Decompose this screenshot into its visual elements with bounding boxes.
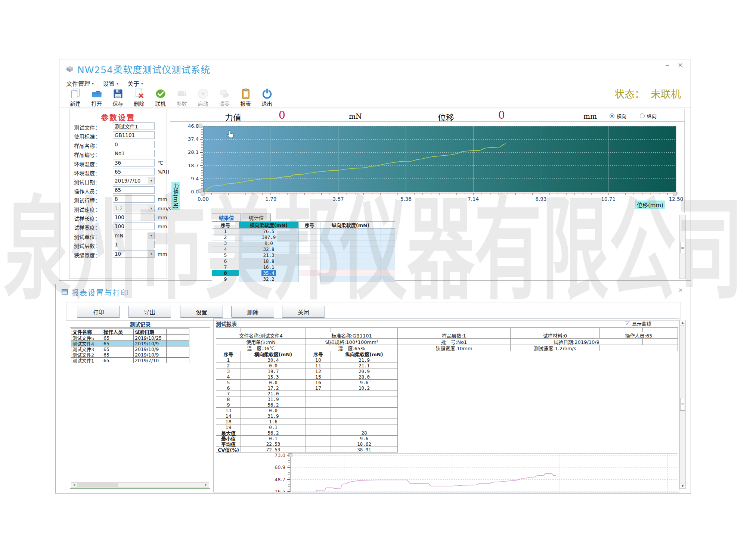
param-value: mN [115, 233, 123, 239]
radio-icon [610, 113, 614, 118]
scrollbar-thumb[interactable]: ≡ [680, 242, 685, 253]
table-cell: 16 [306, 380, 331, 385]
table-row[interactable]: 835.4 [212, 270, 395, 276]
table-row[interactable]: 932.2 [212, 276, 395, 282]
param-input[interactable]: 2019/7/10▾ [113, 177, 155, 184]
scrollbar-thumb[interactable]: ≡ [680, 398, 685, 411]
table-cell [320, 264, 381, 270]
scroll-down-arrow[interactable]: ▼ [680, 483, 685, 488]
table-row[interactable]: 319.71220.9 [216, 368, 678, 374]
param-input[interactable]: 65 [113, 168, 155, 175]
table-row[interactable]: 617.21710.2 [216, 385, 678, 391]
app-cube-icon [65, 65, 74, 73]
tab-results[interactable]: 结果值 [212, 214, 241, 221]
param-input[interactable]: 1 [113, 241, 155, 248]
report-scrollbar[interactable]: ▲ ≡ ▼ [679, 320, 686, 489]
record-row[interactable]: 测试文件1652019/7/10 [71, 358, 189, 363]
settings-button[interactable]: 设置 [180, 306, 223, 318]
param-input[interactable]: 65 [113, 186, 155, 194]
table-row[interactable]: 50.0169.6 [216, 380, 678, 385]
param-input[interactable]: 8 [113, 195, 155, 203]
table-row[interactable]: 最大值56.228 [216, 430, 678, 436]
param-row: 环境温度：36℃ [69, 159, 167, 167]
table-row[interactable]: 521.3 [212, 252, 395, 258]
dropdown-arrow-icon[interactable]: ▾ [148, 232, 154, 239]
dropdown-arrow-icon[interactable]: ▾ [148, 251, 154, 257]
table-row[interactable]: 831.9 [216, 396, 678, 402]
scrollbar-thumb[interactable] [77, 483, 118, 487]
param-input[interactable]: mN▾ [113, 232, 155, 239]
column-header: 序号 [212, 222, 239, 228]
toolbar-button[interactable]: 新建 [65, 87, 86, 107]
records-scrollbar[interactable]: ◄ ► [71, 482, 209, 488]
table-cell [306, 391, 331, 396]
table-row[interactable]: 2397.9 [212, 234, 395, 240]
toolbar-button[interactable]: 打开 [86, 87, 107, 107]
report-close-button[interactable]: × [678, 286, 683, 293]
close-dialog-button[interactable]: 关闭 [282, 306, 325, 318]
toolbar-button[interactable]: 报表 [235, 87, 256, 107]
table-row[interactable]: 618.8 [212, 258, 395, 264]
param-input[interactable]: 0 [113, 141, 155, 148]
scroll-up-arrow[interactable]: ▲ [680, 320, 685, 326]
table-row[interactable]: 432.8 [212, 246, 395, 252]
param-input[interactable]: 36 [113, 159, 155, 167]
toolbar-button-label: 删除 [134, 100, 145, 107]
close-button[interactable]: × [678, 61, 683, 69]
menu-item[interactable]: 文件管理▾ [66, 79, 94, 88]
table-row[interactable]: 130.0 [216, 408, 678, 413]
results-scrollbar[interactable]: ≡ [679, 215, 686, 279]
table-cell [167, 335, 189, 341]
menu-label: 关于 [127, 79, 139, 88]
table-row[interactable]: 1431.9 [216, 413, 678, 419]
delete-button[interactable]: 删除 [231, 306, 274, 318]
param-input[interactable]: 测试文件1 [113, 122, 155, 130]
table-row[interactable]: 956.2 [216, 402, 678, 408]
param-input[interactable]: 10▾ [113, 250, 155, 258]
table-row[interactable]: 130.41021.9 [216, 357, 678, 363]
table-row[interactable]: 30.0 [212, 240, 395, 246]
scroll-right-arrow[interactable]: ► [204, 483, 209, 487]
param-input[interactable]: No1 [113, 150, 155, 157]
svg-text:1.79: 1.79 [265, 196, 276, 202]
table-cell: 31.9 [241, 413, 306, 419]
table-row[interactable]: 176.5 [212, 228, 395, 234]
info-row: 使用单位:mN试样规格:100*100mm²批 号:No1试验日期:2019/1… [216, 339, 678, 345]
toolbar-button[interactable]: 退出 [256, 87, 278, 107]
show-curve-checkbox[interactable]: ✓ 显示曲线 [625, 320, 651, 327]
params-panel: 参数设置 测试文件：测试文件1使用标准：GB1101样品名称：0样品编号：No1… [69, 109, 167, 279]
readout-bar: 力值 0 mN 位移 0 mm 横向纵向 [170, 109, 685, 121]
table-row[interactable]: 181.6 [216, 419, 678, 424]
toolbar-button[interactable]: 联机 [150, 87, 171, 107]
table-cell: 8 [212, 270, 239, 276]
param-input[interactable]: 100 [113, 214, 155, 221]
table-row[interactable]: CV值(%)72.5338.91 [216, 447, 678, 452]
table-row[interactable]: 平均值22.5318.62 [216, 441, 678, 447]
table-row[interactable]: 20.01121.1 [216, 363, 678, 368]
table-cell [320, 240, 381, 246]
table-row[interactable]: 最小值0.19.6 [216, 436, 678, 441]
scroll-left-arrow[interactable]: ◄ [71, 483, 77, 487]
direction-radio[interactable]: 横向 [610, 112, 626, 119]
table-cell: 72.53 [241, 447, 306, 452]
tab-statistics[interactable]: 统计值 [242, 214, 271, 221]
dropdown-arrow-icon[interactable]: ▾ [148, 177, 154, 184]
table-cell: 17.2 [241, 385, 306, 391]
table-row[interactable]: 721.0 [216, 391, 678, 396]
minimize-button[interactable]: – [666, 61, 669, 69]
param-input[interactable]: 100 [113, 223, 155, 230]
table-row[interactable]: 415.31528.0 [216, 374, 678, 380]
exit-power-icon [261, 87, 273, 99]
export-button[interactable]: 导出 [128, 306, 171, 318]
direction-radio[interactable]: 纵向 [640, 112, 657, 119]
param-input[interactable]: GB1101 [113, 131, 155, 139]
toolbar-button[interactable]: 删除 [128, 87, 150, 107]
menu-item[interactable]: 设置▾ [103, 79, 118, 88]
print-button[interactable]: 打印 [77, 306, 120, 318]
menu-item[interactable]: 关于▾ [127, 79, 143, 88]
table-row[interactable]: 716.1 [212, 264, 395, 270]
table-cell: 35.4 [239, 270, 299, 276]
table-row[interactable]: 190.1 [216, 424, 678, 430]
toolbar-button[interactable]: 保存 [107, 87, 128, 107]
table-cell: 397.9 [239, 234, 299, 240]
